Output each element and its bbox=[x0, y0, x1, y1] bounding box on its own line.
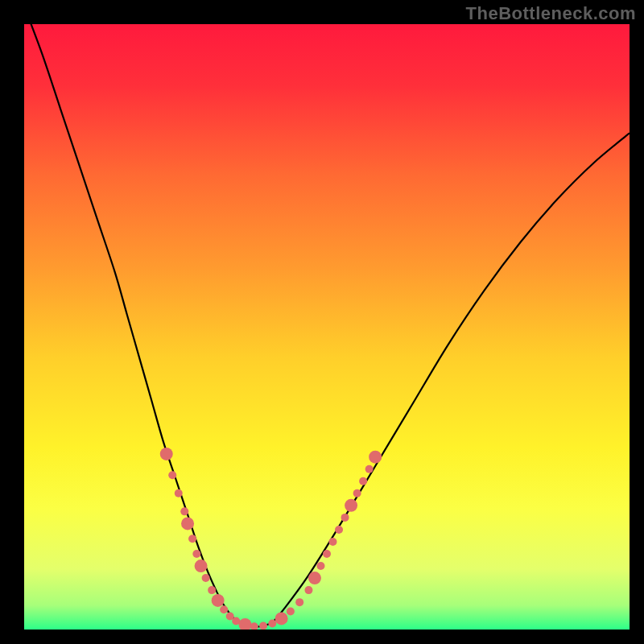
highlight-dot bbox=[175, 489, 183, 497]
highlight-dot bbox=[238, 618, 251, 631]
highlight-dot bbox=[365, 465, 374, 473]
highlight-dot bbox=[208, 586, 216, 594]
chart-stage: TheBottleneck.com bbox=[0, 0, 644, 644]
highlight-dot bbox=[304, 586, 312, 594]
highlight-dot bbox=[335, 526, 343, 534]
bottleneck-chart bbox=[0, 0, 644, 644]
highlight-dot bbox=[308, 572, 321, 584]
highlight-dot bbox=[329, 538, 337, 546]
watermark-label: TheBottleneck.com bbox=[466, 3, 636, 24]
highlight-dot bbox=[259, 621, 267, 630]
highlight-dot bbox=[168, 471, 176, 479]
highlight-dot bbox=[345, 499, 357, 512]
highlight-dot bbox=[181, 517, 194, 530]
highlight-dot bbox=[188, 535, 196, 543]
highlight-dot bbox=[287, 607, 295, 615]
highlight-dot bbox=[316, 562, 324, 570]
highlight-dot bbox=[212, 594, 225, 607]
highlight-dot bbox=[268, 619, 276, 627]
highlight-dot bbox=[341, 514, 349, 522]
chart-gradient-bg bbox=[24, 24, 630, 630]
highlight-dot bbox=[323, 550, 331, 558]
highlight-dot bbox=[220, 605, 228, 613]
highlight-dot bbox=[180, 507, 188, 515]
highlight-dot bbox=[202, 574, 210, 582]
highlight-dot bbox=[353, 489, 361, 497]
highlight-dot bbox=[192, 550, 200, 558]
highlight-dot bbox=[160, 448, 173, 460]
highlight-dot bbox=[369, 451, 382, 464]
highlight-dot bbox=[250, 622, 258, 630]
highlight-dot bbox=[359, 477, 367, 485]
highlight-dot bbox=[275, 612, 288, 625]
highlight-dot bbox=[195, 559, 208, 572]
highlight-dot bbox=[295, 598, 303, 606]
